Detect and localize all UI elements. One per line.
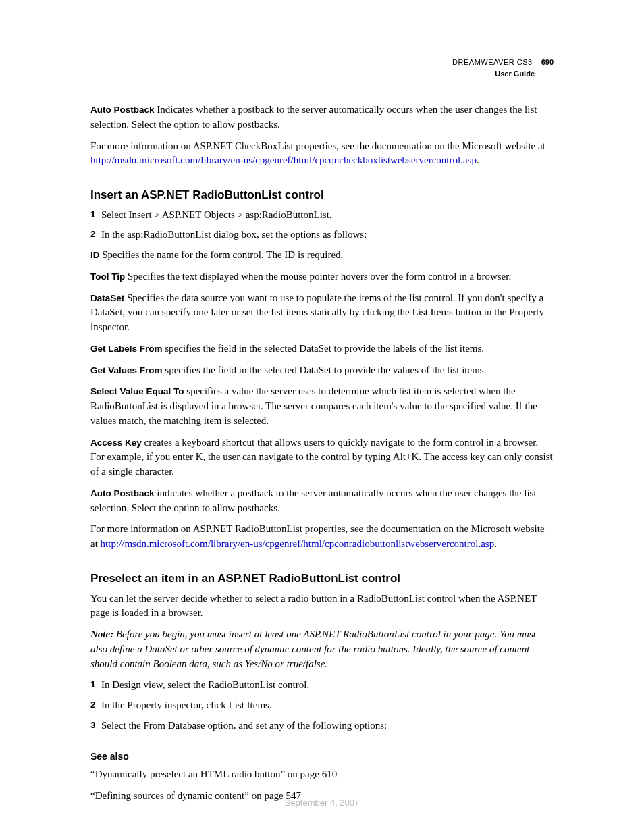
definition-getlabels: Get Labels From specifies the field in t… (90, 342, 554, 357)
link-msdn-radiobuttonlist[interactable]: http://msdn.microsoft.com/library/en-us/… (101, 538, 495, 549)
term-text: Indicates whether a postback to the serv… (90, 104, 537, 130)
more-info-tail: . (477, 155, 479, 165)
link-msdn-checkboxlist[interactable]: http://msdn.microsoft.com/library/en-us/… (90, 155, 477, 165)
preselect-intro: You can let the server decide whether to… (90, 592, 554, 621)
term-label: ID (90, 250, 100, 260)
definition-autopostback: Auto Postback indicates whether a postba… (90, 486, 554, 516)
more-info-checkboxlist: For more information on ASP.NET CheckBox… (90, 139, 554, 169)
footer-date: September 4, 2007 (285, 798, 360, 808)
note: Note: Before you begin, you must insert … (90, 627, 554, 671)
term-text: Specifies the text displayed when the mo… (125, 271, 511, 282)
note-label: Note: (90, 629, 113, 640)
list-item: 3 Select the From Database option, and s… (90, 719, 554, 733)
term-text: indicates whether a postback to the serv… (90, 488, 537, 513)
heading-insert: Insert an ASP.NET RadioButtonList contro… (90, 187, 554, 204)
step-text: In the Property inspector, click List It… (101, 698, 554, 713)
term-text: Specifies the data source you want to us… (90, 292, 544, 333)
definition-tooltip: Tool Tip Specifies the text displayed wh… (90, 269, 554, 284)
step-number: 2 (90, 228, 101, 242)
definition-selectvalue: Select Value Equal To specifies a value … (90, 384, 554, 428)
product-name: DREAMWEAVER CS3 (452, 57, 533, 67)
section-preselect: Preselect an item in an ASP.NET RadioBut… (90, 571, 554, 733)
page-number: 690 (541, 57, 554, 67)
page-footer: September 4, 2007 (0, 797, 644, 810)
page-header: DREAMWEAVER CS3 690 User Guide (452, 55, 554, 78)
heading-preselect: Preselect an item in an ASP.NET RadioBut… (90, 571, 554, 588)
definition-getvalues: Get Values From specifies the field in t… (90, 363, 554, 378)
note-body: Before you begin, you must insert at lea… (90, 629, 536, 669)
term-text: Specifies the name for the form control.… (100, 249, 344, 260)
definition-auto-postback: Auto Postback Indicates whether a postba… (90, 103, 554, 132)
list-item: 1 Select Insert > ASP.NET Objects > asp:… (90, 208, 554, 223)
step-number: 1 (90, 208, 101, 223)
step-number: 2 (90, 698, 101, 713)
see-also-ref: “Dynamically preselect an HTML radio but… (90, 767, 554, 782)
step-text: In Design view, select the RadioButtonLi… (101, 678, 554, 693)
term-text: creates a keyboard shortcut that allows … (90, 437, 553, 477)
term-label: DataSet (90, 293, 124, 303)
term-label: Select Value Equal To (90, 386, 184, 396)
step-text: In the asp:RadioButtonList dialog box, s… (101, 228, 554, 242)
term-label: Auto Postback (90, 488, 155, 498)
section-see-also: See also “Dynamically preselect an HTML … (90, 750, 554, 804)
term-label: Access Key (90, 438, 142, 448)
term-text: specifies the field in the selected Data… (163, 343, 485, 354)
header-subtitle: User Guide (452, 69, 554, 78)
definition-accesskey: Access Key creates a keyboard shortcut t… (90, 436, 554, 479)
header-separator (537, 55, 537, 69)
step-number: 1 (90, 678, 101, 693)
step-text: Select the From Database option, and set… (101, 719, 554, 733)
term-label: Tool Tip (90, 271, 125, 282)
more-info-radiobuttonlist: For more information on ASP.NET RadioBut… (90, 522, 554, 552)
list-item: 2 In the Property inspector, click List … (90, 698, 554, 713)
more-info-text: For more information on ASP.NET CheckBox… (90, 140, 545, 151)
list-item: 1 In Design view, select the RadioButton… (90, 678, 554, 693)
term-text: specifies the field in the selected Data… (163, 365, 487, 375)
term-label: Get Labels From (90, 344, 163, 354)
definition-id: ID Specifies the name for the form contr… (90, 248, 554, 263)
term-label: Get Values From (90, 365, 163, 375)
definition-dataset: DataSet Specifies the data source you wa… (90, 291, 554, 335)
more-info-tail: . (494, 538, 497, 549)
section-insert-radiobuttonlist: Insert an ASP.NET RadioButtonList contro… (90, 187, 554, 552)
step-text: Select Insert > ASP.NET Objects > asp:Ra… (101, 208, 554, 223)
list-item: 2 In the asp:RadioButtonList dialog box,… (90, 228, 554, 242)
heading-see-also: See also (90, 750, 554, 763)
page-content: Auto Postback Indicates whether a postba… (90, 103, 554, 803)
step-number: 3 (90, 719, 101, 733)
term-label: Auto Postback (90, 105, 155, 115)
